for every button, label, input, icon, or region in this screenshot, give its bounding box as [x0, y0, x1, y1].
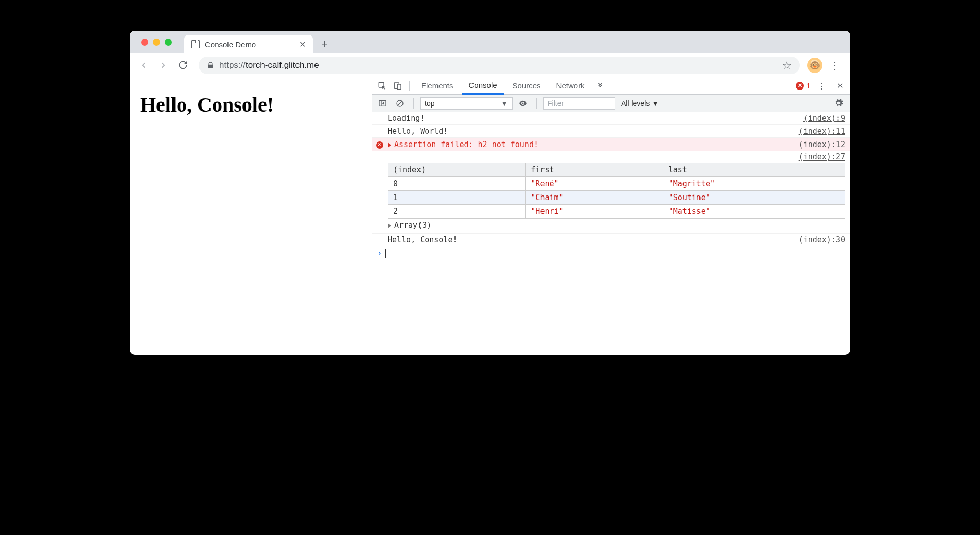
- minimize-window-button[interactable]: [153, 39, 160, 46]
- devtools-panel: Elements Console Sources Network ✕ 1 ⋮ ✕: [372, 77, 850, 355]
- profile-avatar[interactable]: 🐵: [807, 58, 822, 73]
- source-link[interactable]: (index):12: [799, 140, 845, 149]
- context-selector[interactable]: top ▼: [420, 97, 513, 110]
- reload-button[interactable]: [174, 57, 191, 74]
- log-levels-selector[interactable]: All levels ▼: [618, 99, 662, 108]
- console-sidebar-toggle[interactable]: [375, 96, 390, 111]
- source-link[interactable]: (index):9: [803, 114, 845, 123]
- live-expression-button[interactable]: [516, 96, 530, 111]
- error-icon: ✕: [378, 141, 381, 148]
- devtools-header: Elements Console Sources Network ✕ 1 ⋮ ✕: [372, 77, 850, 95]
- address-bar[interactable]: https://torch-calf.glitch.me ☆: [199, 57, 800, 74]
- close-window-button[interactable]: [141, 39, 148, 46]
- close-tab-button[interactable]: ✕: [299, 40, 306, 49]
- svg-rect-2: [397, 84, 401, 90]
- expand-triangle-icon[interactable]: [388, 223, 391, 228]
- log-row-table: (index):27 (index) first last 0: [372, 151, 850, 234]
- console-output: Loading! (index):9 Hello, World! (index)…: [372, 112, 850, 355]
- error-count-badge[interactable]: ✕ 1: [796, 82, 810, 90]
- array-summary[interactable]: Array(3): [388, 219, 845, 232]
- lock-icon: [207, 62, 214, 69]
- new-tab-button[interactable]: +: [313, 35, 336, 53]
- tab-strip: Console Demo ✕ +: [130, 31, 850, 53]
- console-table: (index) first last 0 "René" "Magritte": [388, 163, 845, 219]
- content-area: Hello, Console! Elements Console Sources…: [130, 77, 850, 355]
- clear-console-button[interactable]: [393, 96, 407, 111]
- tab-network[interactable]: Network: [549, 77, 592, 95]
- file-icon: [191, 40, 200, 48]
- window-controls: [136, 31, 177, 53]
- tab-console[interactable]: Console: [462, 77, 504, 95]
- chevron-down-icon: ▼: [652, 99, 659, 108]
- back-button[interactable]: [135, 57, 152, 74]
- table-row[interactable]: 0 "René" "Magritte": [388, 177, 845, 191]
- separator: [536, 98, 537, 109]
- log-row[interactable]: Loading! (index):9: [372, 112, 850, 125]
- table-row[interactable]: 1 "Chaim" "Soutine": [388, 191, 845, 205]
- url-text: https://torch-calf.glitch.me: [219, 60, 319, 70]
- table-row[interactable]: 2 "Henri" "Matisse": [388, 205, 845, 219]
- inspect-element-button[interactable]: [375, 79, 390, 93]
- table-header[interactable]: last: [663, 163, 845, 177]
- separator: [413, 98, 414, 109]
- chevron-down-icon: ▼: [501, 99, 508, 108]
- log-row-error[interactable]: ✕ Assertion failed: h2 not found! (index…: [372, 138, 850, 151]
- console-filter-bar: top ▼ Filter All levels ▼: [372, 95, 850, 112]
- browser-menu-button[interactable]: ⋮: [825, 59, 845, 72]
- log-row[interactable]: Hello, World! (index):11: [372, 125, 850, 138]
- forward-button[interactable]: [154, 57, 172, 74]
- tab-sources[interactable]: Sources: [505, 77, 548, 95]
- browser-tab[interactable]: Console Demo ✕: [184, 35, 313, 53]
- log-row[interactable]: Hello, Console! (index):30: [372, 234, 850, 246]
- maximize-window-button[interactable]: [165, 39, 172, 46]
- more-tabs-button[interactable]: [593, 79, 607, 93]
- prompt-caret-icon: ›: [377, 248, 382, 258]
- source-link[interactable]: (index):11: [799, 127, 845, 136]
- separator: [409, 81, 410, 91]
- source-link[interactable]: (index):27: [799, 152, 845, 162]
- filter-input[interactable]: Filter: [543, 97, 615, 110]
- source-link[interactable]: (index):30: [799, 235, 845, 244]
- page-heading: Hello, Console!: [140, 93, 361, 117]
- devtools-menu-button[interactable]: ⋮: [814, 79, 829, 93]
- tab-elements[interactable]: Elements: [414, 77, 461, 95]
- tab-title: Console Demo: [205, 40, 256, 49]
- bookmark-star-icon[interactable]: ☆: [782, 59, 792, 72]
- table-header[interactable]: (index): [388, 163, 526, 177]
- close-devtools-button[interactable]: ✕: [833, 79, 847, 93]
- table-header[interactable]: first: [526, 163, 663, 177]
- page-viewport: Hello, Console!: [130, 77, 372, 355]
- console-prompt[interactable]: ›: [372, 246, 850, 260]
- expand-triangle-icon[interactable]: [388, 142, 391, 148]
- console-settings-button[interactable]: [830, 99, 847, 108]
- device-toolbar-button[interactable]: [391, 79, 405, 93]
- browser-window: Console Demo ✕ + https://torch-calf.glit…: [130, 31, 850, 355]
- text-cursor: [385, 249, 386, 258]
- error-icon: ✕: [796, 82, 804, 90]
- browser-toolbar: https://torch-calf.glitch.me ☆ 🐵 ⋮: [130, 53, 850, 77]
